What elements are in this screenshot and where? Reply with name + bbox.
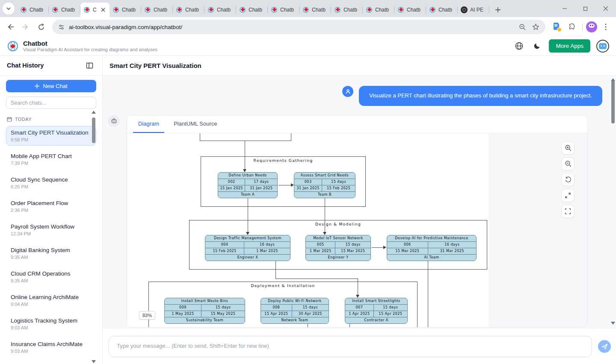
pert-node-streetlights: Install Smart Streetlights 00715 days 1 … xyxy=(345,298,408,324)
browser-menu-button[interactable] xyxy=(599,20,613,34)
calendar-icon xyxy=(7,117,12,122)
forward-button[interactable] xyxy=(19,20,33,34)
chat-history-item[interactable]: Smart City PERT Visualization 9:58 PM xyxy=(6,126,96,146)
maximize-icon xyxy=(583,6,588,11)
language-button[interactable] xyxy=(513,40,525,52)
address-bar[interactable]: ai-toolbox.visual-paradigm.com/app/chatb… xyxy=(52,20,545,34)
tab-favicon xyxy=(83,6,90,13)
search-input[interactable] xyxy=(6,97,96,109)
new-chat-button[interactable]: New Chat xyxy=(6,80,96,92)
chat-history-item[interactable]: Logistics Tracking System 9:03 AM xyxy=(6,314,96,334)
puzzle-icon xyxy=(568,23,576,31)
pert-node-design-traffic: Design Traffic Management System 00416 d… xyxy=(205,235,290,261)
sidebar-title: Chat History xyxy=(7,62,44,69)
sidebar-scrollbar[interactable] xyxy=(92,110,95,364)
chat-item-title: Cloud CRM Operations xyxy=(11,270,92,277)
browser-tab[interactable]: Chatb xyxy=(17,3,49,17)
collapse-sidebar-button[interactable] xyxy=(83,59,95,71)
scrollbar-thumb[interactable] xyxy=(92,117,95,143)
browser-tab[interactable]: AI PE xyxy=(458,3,489,17)
extensions-button[interactable] xyxy=(565,20,579,34)
tab-search-button[interactable] xyxy=(3,3,15,15)
response-card: Diagram PlantUML Source xyxy=(127,115,588,328)
scroll-down-icon[interactable] xyxy=(611,322,615,325)
diagram-canvas: Requirements Gathering Define Urban Need… xyxy=(127,133,489,327)
minimize-button[interactable] xyxy=(554,0,575,17)
tab-close-icon[interactable] xyxy=(100,6,107,13)
pert-node-model-iot: Model IoT Sensor Network 00515 days 1 Ma… xyxy=(305,235,371,261)
scrollbar-thumb[interactable] xyxy=(611,81,615,123)
chat-item-time: 2:36 PM xyxy=(11,208,92,213)
person-icon xyxy=(345,89,351,94)
browser-tab[interactable]: Chatb xyxy=(141,3,173,17)
chat-history-item[interactable]: Cloud Sync Sequence 6:25 PM xyxy=(6,173,96,193)
tab-title: Chatb xyxy=(30,7,46,13)
tab-title: Chatb xyxy=(280,7,296,13)
url-text[interactable]: ai-toolbox.visual-paradigm.com/app/chatb… xyxy=(69,24,182,30)
download-doc-button[interactable] xyxy=(550,20,563,34)
browser-tab[interactable]: Chatb xyxy=(49,3,80,17)
fit-to-screen-button[interactable] xyxy=(561,189,575,202)
chat-history-item[interactable]: Payroll System Workflow 12:34 PM xyxy=(6,220,96,240)
chat-item-time: 9:03 AM xyxy=(11,349,92,354)
pert-node-offscreen xyxy=(200,133,291,141)
browser-tab[interactable]: C xyxy=(80,3,110,17)
dark-mode-button[interactable] xyxy=(531,40,543,52)
browser-tab[interactable]: Chatb xyxy=(268,3,299,17)
globe-icon xyxy=(515,42,523,50)
chat-scrollbar[interactable] xyxy=(611,77,615,326)
reset-view-button[interactable] xyxy=(561,173,575,186)
chat-widget-button[interactable] xyxy=(596,40,609,53)
maximize-button[interactable] xyxy=(575,0,595,17)
zoom-out-button[interactable] xyxy=(561,157,575,170)
bookmark-star-icon[interactable] xyxy=(532,23,539,31)
scroll-up-icon[interactable] xyxy=(92,111,96,114)
tab-title: AI PE xyxy=(470,7,486,13)
chat-history-item[interactable]: Online Learning ArchiMate 9:04 AM xyxy=(6,291,96,310)
site-settings-icon[interactable] xyxy=(58,24,65,30)
tab-favicon xyxy=(20,6,27,13)
chat-item-title: Logistics Tracking System xyxy=(11,317,92,324)
back-button[interactable] xyxy=(3,20,17,34)
tab-title: Chatb xyxy=(438,7,455,13)
diagram-viewport[interactable]: Requirements Gathering Define Urban Need… xyxy=(127,133,587,327)
tab-title: Chatb xyxy=(344,7,360,13)
app-title: Chatbot xyxy=(23,40,157,47)
new-tab-button[interactable] xyxy=(492,4,504,16)
zoom-in-icon xyxy=(565,144,572,151)
reload-button[interactable] xyxy=(34,20,48,34)
chat-item-time: 9:04 AM xyxy=(11,302,92,307)
browser-tab[interactable]: Chatb xyxy=(394,3,426,17)
browser-tab[interactable]: Chatb xyxy=(331,3,363,17)
zoom-out-page-icon[interactable] xyxy=(519,23,526,31)
send-button[interactable] xyxy=(598,340,611,353)
browser-window: Chatb Chatb C xyxy=(0,0,616,364)
scroll-down-icon[interactable] xyxy=(92,360,96,363)
chat-history-item[interactable]: Insurance Claims ArchiMate 9:03 AM xyxy=(6,338,96,357)
browser-tab[interactable]: Chatb xyxy=(299,3,331,17)
browser-tab[interactable]: Chatb xyxy=(426,3,458,17)
chat-history-item[interactable]: Mobile App PERT Chart 7:39 PM xyxy=(6,150,96,169)
chat-history-item[interactable]: Cloud CRM Operations 9:35 AM xyxy=(6,267,96,287)
browser-tab[interactable]: Chatb xyxy=(173,3,204,17)
tab-favicon xyxy=(334,6,341,13)
browser-tab[interactable]: Chatb xyxy=(363,3,394,17)
profile-avatar[interactable] xyxy=(586,21,597,32)
tab-diagram[interactable]: Diagram xyxy=(133,115,164,133)
chat-history-item[interactable]: Order Placement Flow 2:36 PM xyxy=(6,197,96,216)
browser-tab[interactable]: Chatb xyxy=(236,3,268,17)
zoom-in-button[interactable] xyxy=(561,141,575,155)
browser-tab[interactable]: Chatb xyxy=(204,3,236,17)
reload-icon xyxy=(38,23,45,31)
window-controls xyxy=(554,0,616,17)
fullscreen-button[interactable] xyxy=(561,205,575,218)
browser-tab[interactable]: Chatb xyxy=(110,3,141,17)
chat-history-item[interactable]: Digital Banking System 9:35 AM xyxy=(6,244,96,263)
message-input[interactable] xyxy=(109,336,592,357)
more-apps-button[interactable]: More Apps xyxy=(549,39,590,53)
tab-plantuml-source[interactable]: PlantUML Source xyxy=(169,115,222,133)
robot-icon xyxy=(111,117,117,124)
chat-item-title: Smart City PERT Visualization xyxy=(11,129,92,136)
close-button[interactable] xyxy=(595,0,616,17)
tab-favicon xyxy=(271,6,278,13)
